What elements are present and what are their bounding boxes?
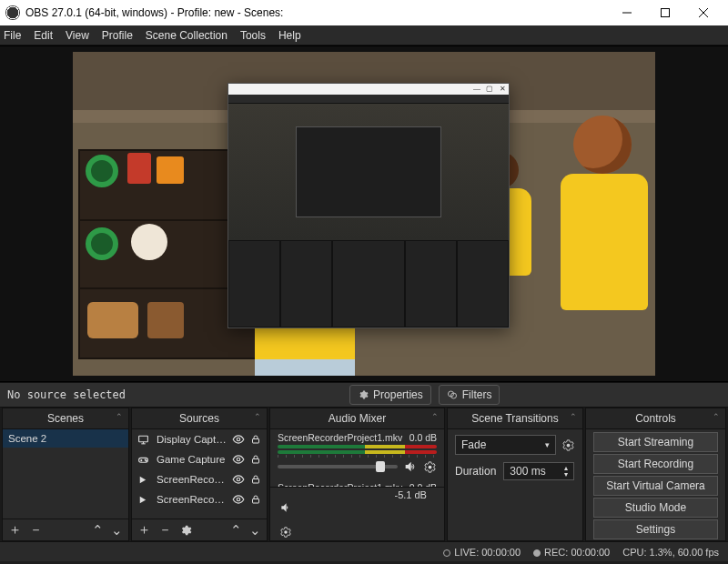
mixer-track: ScreenRecorderProject1.mkv0.0 dB bbox=[270, 429, 444, 479]
nested-obs-window: —▢✕ bbox=[228, 83, 510, 328]
scene-up-button[interactable]: ⌃ bbox=[92, 522, 104, 539]
svg-rect-17 bbox=[253, 459, 259, 464]
dock-scenes-title: Scenes bbox=[47, 412, 84, 425]
lock-toggle[interactable] bbox=[250, 494, 261, 505]
chevron-up-icon[interactable]: ⌃ bbox=[713, 412, 720, 421]
dock-audio-mixer: Audio Mixer ⌃ ScreenRecorderProject1.mkv… bbox=[269, 408, 445, 541]
svg-point-15 bbox=[146, 460, 147, 461]
minimize-button[interactable] bbox=[608, 0, 646, 25]
remove-scene-button[interactable]: － bbox=[29, 521, 43, 539]
visibility-toggle[interactable] bbox=[232, 473, 245, 486]
menu-edit[interactable]: Edit bbox=[34, 29, 53, 42]
svg-rect-6 bbox=[139, 436, 148, 442]
status-rec: REC: 00:00:00 bbox=[533, 547, 610, 558]
add-scene-button[interactable]: ＋ bbox=[8, 521, 22, 539]
visibility-toggle[interactable] bbox=[232, 493, 245, 506]
gear-icon bbox=[358, 389, 369, 400]
lock-toggle[interactable] bbox=[250, 434, 261, 445]
speaker-icon[interactable] bbox=[403, 459, 418, 474]
live-indicator-icon bbox=[443, 549, 450, 557]
remove-source-button[interactable]: － bbox=[158, 521, 172, 539]
menu-scene-collection[interactable]: Scene Collection bbox=[146, 29, 228, 42]
visibility-toggle[interactable] bbox=[232, 433, 245, 446]
window-title: OBS 27.0.1 (64-bit, windows) - Profile: … bbox=[25, 6, 608, 19]
menu-view[interactable]: View bbox=[66, 29, 89, 42]
lock-toggle[interactable] bbox=[250, 454, 261, 465]
menu-help[interactable]: Help bbox=[278, 29, 301, 42]
start-streaming-button[interactable]: Start Streaming bbox=[593, 432, 718, 452]
transition-duration-value: 300 ms bbox=[510, 465, 545, 478]
source-down-button[interactable]: ⌄ bbox=[249, 522, 261, 539]
source-item-label: Game Capture bbox=[157, 454, 227, 465]
properties-button[interactable]: Properties bbox=[349, 385, 431, 405]
mixer-track: ScreenRecorderProject1.mkv0.0 dB bbox=[270, 479, 444, 487]
dock-scenes-header[interactable]: Scenes ⌃ bbox=[3, 408, 128, 429]
transition-duration-input[interactable]: 300 ms ▴▾ bbox=[503, 462, 574, 480]
transition-selected-label: Fade bbox=[461, 438, 486, 451]
transition-select[interactable]: Fade ▾ bbox=[455, 435, 556, 455]
preview-area[interactable]: —▢✕ bbox=[0, 45, 728, 382]
maximize-button[interactable] bbox=[646, 0, 684, 25]
scene-down-button[interactable]: ⌄ bbox=[111, 522, 123, 539]
source-item-label: Display Capture bbox=[157, 434, 227, 445]
svg-point-22 bbox=[429, 465, 432, 468]
source-settings-button[interactable] bbox=[179, 524, 192, 537]
source-toolbar: No source selected Properties Filters bbox=[0, 382, 728, 408]
source-item-label: ScreenRecorderProject1 bbox=[157, 474, 227, 485]
mixer-meter bbox=[278, 450, 437, 454]
dock-sources: Sources ⌃ Display CaptureGame CaptureScr… bbox=[131, 408, 268, 541]
chevron-up-icon[interactable]: ⌃ bbox=[116, 412, 123, 421]
studio-mode-button[interactable]: Studio Mode bbox=[593, 498, 718, 518]
menu-file[interactable]: File bbox=[4, 29, 21, 42]
scene-item[interactable]: Scene 2 bbox=[3, 429, 128, 448]
source-up-button[interactable]: ⌃ bbox=[230, 522, 242, 539]
dock-sources-title: Sources bbox=[179, 412, 219, 425]
properties-label: Properties bbox=[373, 388, 423, 401]
svg-point-20 bbox=[237, 498, 240, 501]
dock-mixer-header[interactable]: Audio Mixer ⌃ bbox=[270, 408, 444, 429]
visibility-toggle[interactable] bbox=[232, 453, 245, 466]
close-button[interactable] bbox=[684, 0, 723, 25]
mixer-footer-db: -5.1 dB bbox=[394, 489, 426, 500]
no-source-label: No source selected bbox=[7, 388, 126, 401]
mixer-track-name: ScreenRecorderProject1.mkv bbox=[278, 432, 402, 443]
chevron-up-icon[interactable]: ⌃ bbox=[431, 412, 439, 421]
chevron-up-icon[interactable]: ⌃ bbox=[254, 412, 261, 421]
source-item[interactable]: Game Capture bbox=[132, 449, 267, 469]
gear-icon[interactable] bbox=[423, 460, 437, 474]
svg-rect-19 bbox=[253, 479, 259, 484]
menu-tools[interactable]: Tools bbox=[240, 29, 266, 42]
dock-controls-title: Controls bbox=[635, 412, 676, 425]
svg-rect-1 bbox=[662, 9, 670, 17]
mixer-meter bbox=[278, 445, 437, 448]
source-item[interactable]: Display Capture bbox=[132, 429, 267, 449]
chevron-up-icon[interactable]: ⌃ bbox=[570, 412, 577, 421]
volume-slider[interactable] bbox=[278, 465, 398, 468]
start-virtual-camera-button[interactable]: Start Virtual Camera bbox=[593, 476, 718, 496]
scene-item-label: Scene 2 bbox=[8, 433, 46, 444]
lock-toggle[interactable] bbox=[250, 474, 261, 485]
obs-icon bbox=[5, 5, 20, 20]
gear-icon[interactable] bbox=[561, 438, 575, 452]
gear-icon[interactable] bbox=[279, 526, 435, 539]
preview-canvas[interactable]: —▢✕ bbox=[73, 52, 655, 376]
stepper-icon[interactable]: ▴▾ bbox=[564, 465, 568, 478]
start-recording-button[interactable]: Start Recording bbox=[593, 454, 718, 474]
dock-sources-header[interactable]: Sources ⌃ bbox=[132, 408, 267, 429]
svg-point-16 bbox=[237, 458, 240, 461]
add-source-button[interactable]: ＋ bbox=[137, 521, 151, 539]
dock-controls-header[interactable]: Controls ⌃ bbox=[586, 408, 725, 429]
settings-button[interactable]: Settings bbox=[593, 519, 718, 539]
status-live: LIVE: 00:00:00 bbox=[443, 547, 521, 558]
dock-transitions-header[interactable]: Scene Transitions ⌃ bbox=[448, 408, 582, 429]
svg-rect-10 bbox=[253, 439, 259, 444]
menu-profile[interactable]: Profile bbox=[102, 29, 133, 42]
svg-point-9 bbox=[237, 438, 240, 441]
speaker-icon[interactable] bbox=[279, 501, 435, 514]
source-item[interactable]: ScreenRecorderProject1 bbox=[132, 469, 267, 489]
filters-button[interactable]: Filters bbox=[439, 385, 500, 405]
dock-scenes: Scenes ⌃ Scene 2 ＋ － ⌃ ⌄ bbox=[2, 408, 129, 541]
status-cpu: CPU: 1.3%, 60.00 fps bbox=[622, 547, 719, 558]
source-item[interactable]: ScreenRecorderProject1 bbox=[132, 489, 267, 509]
dock-scene-transitions: Scene Transitions ⌃ Fade ▾ Duration 300 … bbox=[447, 408, 583, 541]
